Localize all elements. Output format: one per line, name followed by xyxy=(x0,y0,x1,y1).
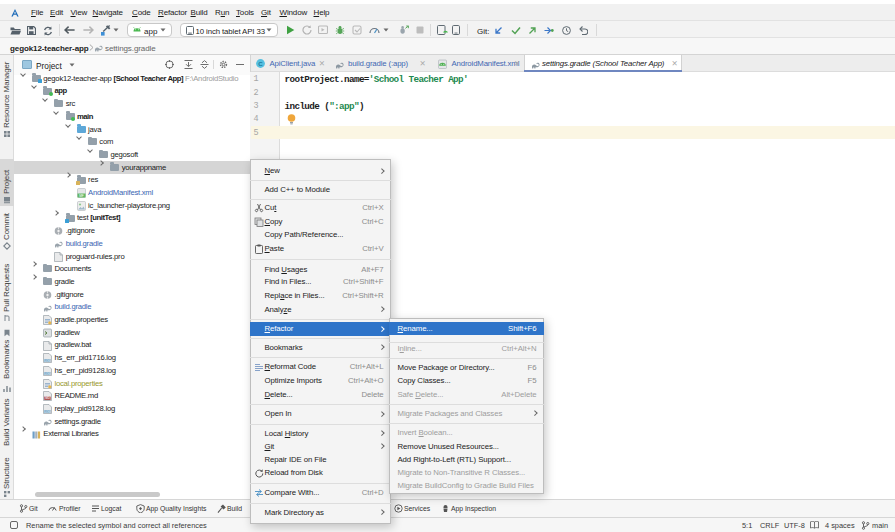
svg-text:C: C xyxy=(258,60,263,67)
